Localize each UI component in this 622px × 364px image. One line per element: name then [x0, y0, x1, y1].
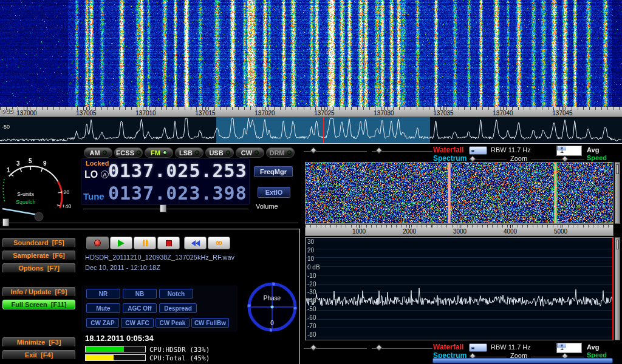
rx-waterfall[interactable]	[306, 163, 613, 223]
slider-thumb[interactable]	[375, 147, 382, 153]
chevron-down-icon[interactable]: ▼	[557, 146, 566, 150]
freq-label: 5000	[554, 228, 567, 235]
waterfall-upper-limit-slider[interactable]	[304, 345, 367, 351]
cw-zap-button[interactable]: CW ZAP	[86, 318, 119, 328]
rewind-icon	[191, 238, 200, 249]
freq-label: 137020	[255, 110, 275, 116]
despread-button[interactable]: Despread	[159, 303, 197, 313]
freqmgr-button[interactable]: FreqMgr	[254, 166, 293, 177]
record-button[interactable]	[86, 237, 109, 249]
extio-button[interactable]: ExtIO	[258, 187, 290, 198]
s-meter-tick-1: 1	[7, 167, 10, 174]
hdsdr-window: 137000 137005 137010 137015 137020 13702…	[0, 0, 622, 364]
freq-label: 4000	[504, 228, 517, 235]
squelch-slider[interactable]	[1, 218, 298, 226]
slider-track	[1, 221, 298, 223]
slider-thumb[interactable]	[310, 147, 316, 153]
datetime-label: 18.12.2011 0:05:34	[85, 334, 154, 343]
zoom-slider[interactable]	[469, 156, 507, 162]
fullscreen-button[interactable]: Full Screen[F11]	[2, 300, 75, 309]
waterfall-label[interactable]: Waterfall	[433, 343, 463, 351]
slider-thumb[interactable]	[375, 344, 382, 351]
main-waterfall[interactable]	[0, 0, 622, 107]
nb-button[interactable]: NB	[123, 289, 157, 298]
main-frequency-scale[interactable]: 137000 137005 137010 137015 137020 13702…	[0, 107, 622, 117]
spectrum-label[interactable]: Spectrum	[433, 154, 466, 163]
spectrum-range-vslider[interactable]	[615, 237, 620, 340]
button-label: CW Peak	[160, 320, 186, 326]
soundcard-button[interactable]: Soundcard[F5]	[2, 238, 75, 248]
waterfall-contrast-vslider[interactable]	[615, 162, 620, 224]
cw-afc-button[interactable]: CW AFC	[121, 318, 154, 328]
record-icon	[94, 240, 101, 246]
lo-frequency[interactable]: 0137.025.253	[108, 160, 247, 181]
squelch-marks	[3, 179, 5, 202]
rx-waterfall-frame	[305, 162, 613, 224]
waterfall-scroll-control[interactable]: ◄►	[469, 146, 487, 155]
loop-icon: ∞	[215, 238, 223, 248]
notch-button[interactable]: Notch	[159, 289, 193, 298]
avg-label: Avg	[587, 343, 599, 351]
slider-thumb[interactable]	[469, 155, 476, 162]
button-label: Mute	[96, 305, 110, 312]
freq-label: 137040	[493, 110, 513, 116]
volume-slider-thumb[interactable]	[160, 204, 166, 212]
info-update-button[interactable]: Info / Update[F9]	[2, 287, 75, 297]
rx-frequency-scale[interactable]: 1000 2000 3000 4000 5000	[305, 224, 613, 236]
arrow-right-icon[interactable]: ►	[471, 149, 475, 153]
rx-spectrum[interactable]	[306, 238, 613, 340]
rx-display-controls-top: Waterfall ◄► RBW 11.7 Hz 1 ▼ Avg Spectru…	[0, 145, 622, 163]
button-hotkey: [F9]	[55, 288, 67, 295]
loop-button[interactable]: ∞	[208, 237, 230, 249]
tune-label: Tune	[83, 191, 104, 201]
volume-slider[interactable]	[83, 204, 248, 212]
options-button[interactable]: Options[F7]	[2, 263, 75, 273]
button-label: NR	[99, 291, 108, 297]
pause-button[interactable]	[134, 237, 156, 249]
play-button[interactable]	[110, 237, 132, 249]
tune-frequency[interactable]: 0137.023.398	[108, 183, 247, 204]
speed-slider[interactable]	[531, 156, 584, 162]
stop-button[interactable]	[157, 237, 180, 249]
mute-button[interactable]: Mute	[86, 303, 120, 313]
nr-button[interactable]: NR	[86, 289, 120, 298]
phase-value: 0	[270, 320, 274, 326]
avg-select[interactable]: 1 ▼	[556, 343, 582, 353]
slider-thumb[interactable]	[616, 164, 619, 174]
chevron-down-icon[interactable]: ▼	[557, 343, 566, 348]
waterfall-upper-limit-slider[interactable]	[304, 147, 367, 153]
phase-scope[interactable]: Phase 0	[246, 281, 298, 333]
slider-thumb[interactable]	[310, 344, 316, 351]
phase-dot	[271, 306, 274, 309]
waterfall-label[interactable]: Waterfall	[433, 146, 463, 154]
cw-fullbw-button[interactable]: CW FullBw	[191, 318, 229, 328]
waterfall-lower-limit-slider[interactable]	[372, 345, 432, 351]
squelch-label: Squelch	[16, 199, 36, 205]
zoom-range-bar[interactable]	[432, 358, 613, 363]
freq-label: 137045	[552, 110, 572, 116]
waterfall-lower-limit-slider[interactable]	[372, 147, 432, 153]
slider-thumb[interactable]	[561, 155, 568, 162]
rewind-button[interactable]	[184, 237, 207, 249]
squelch-slider-thumb[interactable]	[2, 218, 9, 226]
s-meter-arc	[9, 166, 58, 181]
slider-thumb[interactable]	[616, 240, 619, 249]
avg-label: Avg	[587, 146, 599, 153]
waterfall-scroll-control[interactable]: ◄►	[469, 343, 487, 352]
horizontal-divider	[0, 229, 300, 229]
arrow-right-icon[interactable]: ►	[471, 346, 475, 350]
db-mid-label: -50	[2, 124, 10, 130]
speed-label: Speed	[587, 154, 607, 161]
avg-select[interactable]: 1 ▼	[556, 146, 582, 156]
cw-peak-button[interactable]: CW Peak	[156, 318, 190, 328]
zoom-label: Zoom	[510, 155, 527, 162]
button-label: Full Screen	[12, 301, 47, 308]
main-spectrum[interactable]	[0, 117, 622, 144]
freq-label: 1000	[352, 228, 366, 235]
freq-label: 137000	[16, 110, 36, 116]
pause-icon	[142, 238, 148, 249]
button-label: CW AFC	[125, 320, 149, 326]
freq-label: 137025	[314, 110, 334, 116]
samplerate-button[interactable]: Samplerate[F6]	[2, 251, 75, 260]
agc-button[interactable]: AGC Off	[123, 303, 157, 313]
